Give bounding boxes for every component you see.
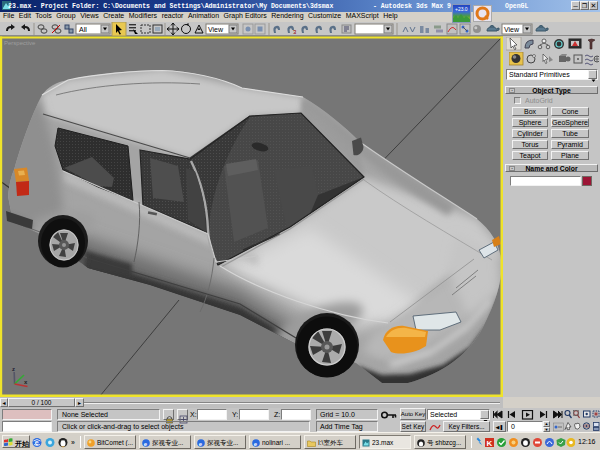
svg-text:3: 3	[293, 29, 297, 35]
svg-text:e: e	[35, 439, 39, 446]
svg-text:Perspective: Perspective	[4, 40, 36, 46]
svg-text:All: All	[79, 26, 87, 33]
svg-text:z: z	[12, 366, 15, 372]
svg-text:»: »	[71, 439, 75, 446]
svg-text:View: View	[208, 26, 224, 33]
svg-text:View: View	[504, 26, 520, 33]
svg-text:K: K	[487, 439, 493, 448]
